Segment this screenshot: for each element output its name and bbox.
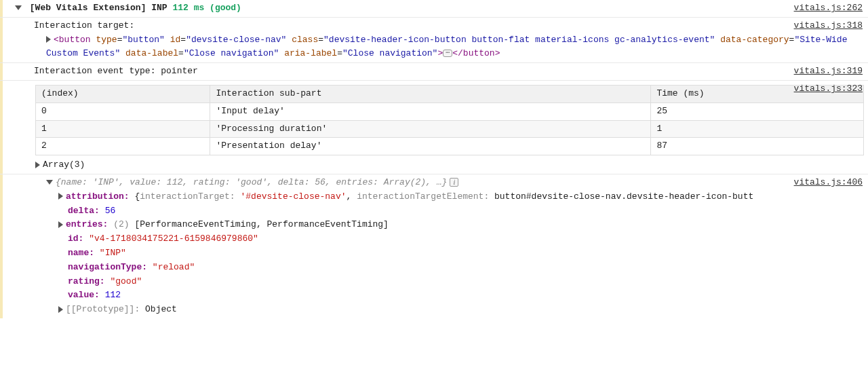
console-row-header: [Web Vitals Extension] INP 112 ms (good)… <box>0 0 868 18</box>
chevron-right-icon[interactable] <box>46 36 51 43</box>
chevron-down-icon[interactable] <box>46 180 53 185</box>
chevron-down-icon[interactable] <box>15 5 22 10</box>
timing-table: (index) Interaction sub-part Time (ms) 0… <box>35 85 864 155</box>
source-link[interactable]: vitals.js:406 <box>794 176 863 190</box>
object-prop-attribution[interactable]: attribution: {interactionTarget: '#devsi… <box>34 190 864 204</box>
metric-value: 112 ms <box>172 3 204 13</box>
console-row-event: Interaction event type: pointer vitals.j… <box>0 63 868 81</box>
console-row-target: Interaction target: vitals.js:318 <butto… <box>0 18 868 63</box>
object-prop-rating: rating: "good" <box>34 275 864 289</box>
target-label: Interaction target: <box>34 20 134 31</box>
console-row-object: vitals.js:406 {name: 'INP', value: 112, … <box>0 174 868 318</box>
array-summary[interactable]: Array(3) <box>15 158 864 172</box>
ellipsis-icon[interactable]: ⋯ <box>443 50 452 57</box>
chevron-right-icon[interactable] <box>58 306 63 313</box>
console-row-table: vitals.js:323 (index) Interaction sub-pa… <box>0 81 868 174</box>
object-summary[interactable]: {name: 'INP', value: 112, rating: 'good'… <box>34 176 864 190</box>
object-prop-entries[interactable]: entries: (2) [PerformanceEventTiming, Pe… <box>34 218 864 232</box>
object-prop-navtype: navigationType: "reload" <box>34 261 864 275</box>
table-row: 2 'Presentation delay' 87 <box>36 138 864 155</box>
table-row: 1 'Processing duration' 1 <box>36 120 864 138</box>
source-link[interactable]: vitals.js:318 <box>794 19 863 33</box>
col-subpart: Interaction sub-part <box>210 85 651 102</box>
chevron-right-icon[interactable] <box>35 162 40 168</box>
object-prop-prototype[interactable]: [[Prototype]]: Object <box>34 303 864 317</box>
source-link[interactable]: vitals.js:262 <box>794 1 863 16</box>
chevron-right-icon[interactable] <box>58 221 63 228</box>
metric-rating: (good) <box>210 3 241 13</box>
table-header-row: (index) Interaction sub-part Time (ms) <box>36 85 864 102</box>
ext-label: [Web Vitals Extension] <box>30 3 146 13</box>
object-prop-name: name: "INP" <box>34 246 864 261</box>
object-prop-value: value: 112 <box>34 288 864 303</box>
metric-name: INP <box>151 3 167 13</box>
chevron-right-icon[interactable] <box>58 193 63 200</box>
table-row: 0 'Input delay' 25 <box>36 102 864 120</box>
source-link[interactable]: vitals.js:319 <box>794 64 863 79</box>
object-prop-delta: delta: 56 <box>34 204 864 219</box>
source-link[interactable]: vitals.js:323 <box>794 82 863 96</box>
info-icon[interactable]: i <box>450 178 458 187</box>
event-type-text: Interaction event type: pointer <box>34 66 198 76</box>
element-preview[interactable]: <button type="button" id="devsite-close-… <box>34 33 864 62</box>
col-index: (index) <box>36 85 210 102</box>
object-prop-id: id: "v4-1718034175221-6159846979860" <box>34 232 864 246</box>
